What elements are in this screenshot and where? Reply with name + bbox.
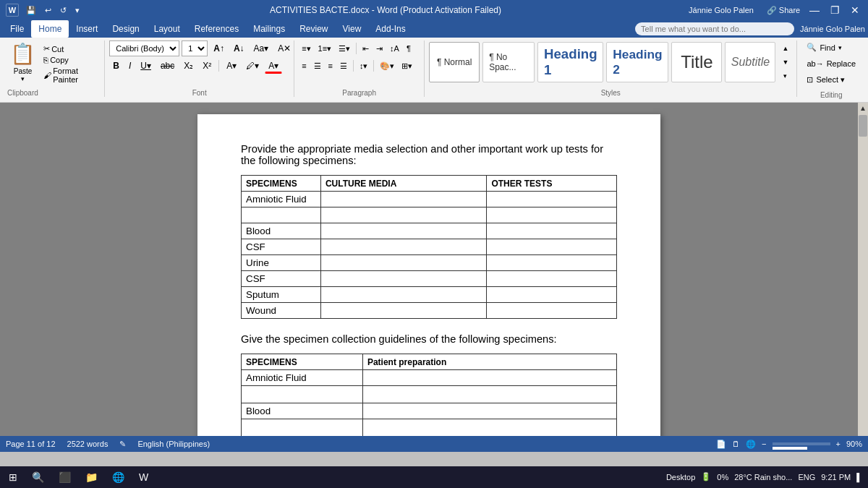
ribbon: 📋 Paste ▾ ✂ Cut ⎘ Copy 🖌 Format Painter [0,38,868,103]
menu-mailings[interactable]: Mailings [246,20,292,38]
table-row: Blood [242,403,617,419]
scroll-thumb[interactable] [859,115,867,137]
find-button[interactable]: 🔍 Find ▾ [801,40,861,54]
word-taskbar-btn[interactable]: W [133,468,154,487]
menu-home[interactable]: Home [31,20,69,38]
paste-button[interactable]: 📋 Paste ▾ [7,40,38,84]
restore-button[interactable]: ❐ [827,3,842,17]
paragraph-group: ≡▾ 1≡▾ ☰▾ ⇤ ⇥ ↕A ¶ ≡ ☰ ≡ ☰ ↕▾ 🎨▾ ⊞▾ Para… [294,40,425,97]
vertical-scrollbar[interactable]: ▲ [858,103,868,436]
subscript-button[interactable]: X₂ [180,58,197,74]
show-marks-btn[interactable]: ¶ [404,40,414,56]
decrease-indent-btn[interactable]: ⇤ [359,40,372,56]
customize-quick-btn[interactable]: ▾ [72,4,82,17]
replace-button[interactable]: ab→ Replace [801,57,861,70]
show-desktop-btn[interactable]: ▌ [856,473,862,481]
file-explorer-btn[interactable]: 📁 [80,468,103,487]
task-view-btn[interactable]: ⬛ [53,468,77,487]
style-title-btn[interactable]: Title [671,42,722,82]
table2-header-row: SPECIMENS Patient preparation [242,354,617,370]
menu-design[interactable]: Design [105,20,146,38]
borders-btn[interactable]: ⊞▾ [399,58,415,74]
line-spacing-btn[interactable]: ↕▾ [357,58,371,74]
language: English (Philippines) [137,440,210,448]
decrease-font-btn[interactable]: A↓ [230,40,248,56]
increase-indent-btn[interactable]: ⇥ [373,40,386,56]
text-color-btn[interactable]: A▾ [265,58,282,74]
taskbar: ⊞ 🔍 ⬛ 📁 🌐 W Desktop 🔋 0% 28°C Rain sho..… [0,466,868,488]
font-size-select[interactable]: 11 [182,40,208,56]
change-case-btn[interactable]: Aa▾ [250,40,273,56]
style-subtitle-btn[interactable]: Subtitle [725,42,775,82]
menu-file[interactable]: File [3,20,31,38]
tell-me-search[interactable] [635,22,794,35]
multilevel-button[interactable]: ☰▾ [336,40,353,56]
style-heading2-btn[interactable]: Heading 2 [606,42,668,82]
battery-icon: 🔋 [701,472,711,481]
share-button[interactable]: 🔗 Share [765,3,801,17]
bullets-button[interactable]: ≡▾ [299,40,313,56]
select-button[interactable]: ⊡ Select ▾ [801,73,861,87]
underline-button[interactable]: U▾ [137,58,155,74]
read-mode-icon[interactable]: 📄 [716,440,726,449]
align-center-btn[interactable]: ☰ [311,58,324,74]
menu-references[interactable]: References [187,20,246,38]
sort-btn[interactable]: ↕A [387,40,402,56]
menu-view[interactable]: View [336,20,369,38]
menu-layout[interactable]: Layout [147,20,187,38]
copy-button[interactable]: ⎘ Copy [41,55,100,65]
font-color-btn[interactable]: A▾ [223,58,240,74]
zoom-slider[interactable] [773,442,830,445]
styles-scroll-down-btn[interactable]: ▼ [778,56,792,69]
table-row: Sputum [242,287,617,303]
numbering-button[interactable]: 1≡▾ [315,40,335,56]
clipboard-group-label: Clipboard [7,87,38,97]
justify-btn[interactable]: ☰ [337,58,350,74]
menu-insert[interactable]: Insert [69,20,105,38]
close-button[interactable]: ✕ [848,3,862,17]
style-heading1-label: Heading 1 [544,46,597,78]
zoom-out-btn[interactable]: − [762,440,766,448]
style-nospace-btn[interactable]: ¶ No Spac... [482,42,535,82]
undo-quick-btn[interactable]: ↩ [42,4,54,17]
align-left-btn[interactable]: ≡ [299,58,309,74]
search-taskbar[interactable]: 🔍 [26,468,50,487]
start-button[interactable]: ⊞ [3,468,23,487]
style-normal-btn[interactable]: ¶ Normal [429,42,480,82]
align-right-btn[interactable]: ≡ [326,58,336,74]
zoom-in-btn[interactable]: + [836,440,841,448]
paste-icon: 📋 [10,42,35,66]
styles-scroll-up-btn[interactable]: ▲ [778,42,792,55]
desktop-label[interactable]: Desktop [666,473,695,481]
table-row: Urine [242,255,617,271]
bold-button[interactable]: B [109,58,123,74]
menu-addins[interactable]: Add-Ins [368,20,412,38]
redo-quick-btn[interactable]: ↺ [57,4,69,17]
chrome-icon: 🌐 [112,471,124,483]
style-heading1-btn[interactable]: Heading 1 [537,42,603,82]
editing-label: Editing [801,90,861,99]
minimize-button[interactable]: — [807,3,822,17]
page-info: Page 11 of 12 [6,440,56,448]
web-layout-icon[interactable]: 🌐 [746,440,756,449]
para-separator3 [373,60,374,72]
styles-expand-btn[interactable]: ▾ [778,69,792,82]
highlight-btn[interactable]: 🖊▾ [242,58,263,74]
italic-button[interactable]: I [125,58,135,74]
chrome-btn[interactable]: 🌐 [106,468,130,487]
save-quick-btn[interactable]: 💾 [23,4,39,17]
clear-format-btn[interactable]: A✕ [274,40,294,56]
superscript-button[interactable]: X² [199,58,215,74]
shading-btn[interactable]: 🎨▾ [377,58,397,74]
print-layout-icon[interactable]: 🗒 [732,440,740,448]
style-normal-label: ¶ Normal [437,57,472,67]
increase-font-btn[interactable]: A↑ [210,40,228,56]
scroll-up-arrow[interactable]: ▲ [858,103,868,114]
menu-review[interactable]: Review [292,20,335,38]
table-row: Blood [242,223,617,239]
font-name-select[interactable]: Calibri (Body) [109,40,179,56]
strikethrough-button[interactable]: abc [157,58,178,74]
format-painter-button[interactable]: 🖌 Format Painter [41,66,100,85]
cut-button[interactable]: ✂ Cut [41,43,100,54]
scissors-icon: ✂ [43,44,50,53]
